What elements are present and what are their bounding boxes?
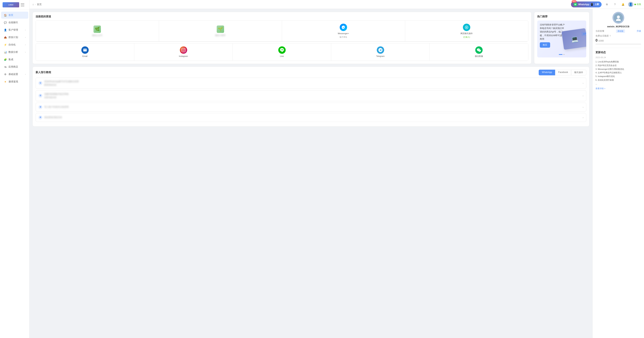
channel-item-telegram[interactable]: Telegram	[331, 43, 430, 60]
update-item-5: 5. Instagram聊天优化	[596, 75, 641, 78]
view-detail-link[interactable]: 查看详情 >	[596, 87, 641, 90]
quota-current: 0	[596, 38, 598, 42]
tutorial-text-4: 发起群发消息活动	[44, 116, 581, 119]
sidebar-item-customer-label: 客户管理	[8, 28, 18, 32]
channel-item-instagram[interactable]: Instagram	[134, 43, 233, 60]
connect-channels-card: 连接您的渠道 🌿 微信公众号 🌱	[32, 12, 532, 64]
channel-item-wechat1[interactable]: 🌿 微信公众号	[36, 21, 159, 42]
channel-item-email[interactable]: Email	[36, 43, 134, 60]
sidebar-item-settings-label: 基础设置	[8, 73, 18, 76]
tutorial-card: 新人指引教程 WhatsApp Facebook 聊天插件 ① 添加WhatsA…	[32, 67, 590, 126]
sidebar-item-customer[interactable]: 👤 客户管理 ›	[1, 26, 28, 34]
tutorial-text-3: 导入客户列表并分组管理	[44, 105, 581, 109]
svg-point-1	[466, 26, 468, 28]
email-icon	[81, 46, 89, 54]
channel-item-messenger[interactable]: Messenger+ 帖子评论	[282, 21, 405, 42]
notification-button[interactable]: 🔔	[620, 2, 626, 8]
chevron-right-icon: ›	[25, 51, 26, 53]
sidebar-item-basic-settings[interactable]: ⚙ 基础设置 ›	[1, 71, 28, 78]
connect-section-title: 连接您的渠道	[36, 15, 528, 18]
send-icon: 📤	[4, 36, 7, 39]
user-icon: 👤	[4, 28, 7, 32]
quota-total: /1000	[598, 40, 604, 42]
chevron-right-icon: ›	[25, 73, 26, 75]
update-item-2: 2. 同步FB主页历史会话	[596, 64, 641, 67]
help-icon: ?	[614, 3, 616, 6]
channel-item-webpage[interactable]: 网页聊天插件 (已接入)	[405, 21, 528, 42]
sidebar-item-auto-label: 自动化	[8, 43, 16, 46]
main-content: 连接您的渠道 🌿 微信公众号 🌱	[30, 9, 592, 338]
tutorial-num-1: ①	[38, 81, 42, 85]
wechat-service-label: 微信客服	[475, 55, 483, 57]
webpage-chat-sublabel: (已接入)	[463, 36, 470, 38]
tutorial-item-4[interactable]: ④ 发起群发消息活动 ›	[36, 113, 586, 122]
tutorial-arrow-4: ›	[582, 116, 584, 119]
sidebar-item-invite[interactable]: ★ 邀请返现	[1, 78, 28, 85]
quota-help-icon[interactable]: ?	[610, 35, 611, 37]
telegram-icon	[377, 46, 384, 54]
channel-label-wechat2: 微信小程序	[215, 34, 225, 37]
bell-icon: 🔔	[622, 3, 624, 6]
tab-facebook[interactable]: Facebook	[555, 70, 571, 75]
channel-icon-wechat2: 🌱	[217, 26, 224, 33]
upgrade-link[interactable]: 升级	[636, 30, 641, 33]
quota-bar	[596, 44, 641, 45]
update-section: 更新动态 2023-05-24 1. Line支持Reply免费回复 2. 同步…	[596, 51, 641, 90]
hot-recommendation-card: 热门推荐 没有FB商务管理平台帐户和电话号码？购买我们申请好的商业Api号，低门…	[534, 12, 590, 64]
home-breadcrumb-icon: ⌂	[32, 3, 34, 6]
line-label: Line	[280, 55, 284, 57]
new-badge: New	[572, 0, 577, 3]
tab-whatsapp[interactable]: WhatsApp	[539, 70, 555, 75]
messenger-label: Messenger+	[338, 32, 349, 35]
sidebar-item-app-store[interactable]: 🛍 应用商店	[1, 63, 28, 70]
tutorial-num-4: ④	[38, 115, 42, 119]
update-list: 1. Line支持Reply免费回复 2. 同步FB主页历史会话 3. Mess…	[596, 60, 641, 86]
home-icon: 🏠	[4, 14, 7, 17]
tutorial-header: 新人指引教程 WhatsApp Facebook 聊天插件	[36, 70, 586, 75]
sidebar-item-automation[interactable]: ⚡ 自动化 ›	[1, 41, 28, 48]
sidebar-item-integration[interactable]: 🧩 集成	[1, 56, 28, 63]
webpage-chat-label: 网页聊天插件	[460, 32, 473, 35]
tutorial-text-2: 创建消息模板并提交审核 设置消息内容	[44, 93, 581, 99]
tab-chat-plugin[interactable]: 聊天插件	[571, 70, 586, 75]
instagram-label: Instagram	[179, 55, 188, 57]
channels-bottom-grid: Email Instagram Line	[36, 43, 528, 61]
tutorial-arrow-1: ›	[582, 82, 584, 85]
update-item-ellipsis: ...	[596, 82, 641, 86]
auto-icon: ⚡	[4, 43, 7, 46]
quota-values: 0 /1000	[596, 38, 641, 43]
user-status: 在线	[634, 3, 641, 6]
sidebar-item-data-analysis[interactable]: 📊 数据分析 ›	[1, 49, 28, 56]
tutorial-tabs: WhatsApp Facebook 聊天插件	[539, 70, 586, 75]
breadcrumb: ⌂ › 首页	[32, 3, 569, 6]
username: weixin_MJPEGCCB	[607, 25, 630, 28]
channel-item-line[interactable]: Line	[233, 43, 331, 60]
breadcrumb-home: 首页	[37, 3, 42, 6]
messenger-icon	[340, 24, 347, 31]
tutorial-item-2[interactable]: ② 创建消息模板并提交审核 设置消息内容 ›	[36, 90, 586, 101]
sidebar-item-online-chat[interactable]: 💬 在线聊天	[1, 19, 28, 26]
channel-icon-wechat1: 🌿	[94, 26, 101, 33]
user-avatar-btn[interactable]: 👤 在线	[628, 2, 641, 7]
store-icon: 🛍	[4, 65, 7, 69]
sidebar-logo-area: LOGO	[0, 0, 29, 10]
tutorial-item-3[interactable]: ③ 导入客户列表并分组管理 ›	[36, 103, 586, 112]
chevron-right-icon: ›	[25, 36, 26, 38]
buy-button[interactable]: 购买	[540, 42, 550, 48]
chevron-right-icon: ›	[25, 29, 26, 31]
channel-item-wechat-service[interactable]: 微信客服	[430, 43, 528, 60]
channel-item-wechat2[interactable]: 🌱 微信小程序	[159, 21, 282, 42]
whatsapp-btn-suffix: 上新	[594, 3, 599, 6]
help-button[interactable]: ?	[612, 2, 618, 8]
right-panel: weixin_MJPEGCCB 当前套餐 基础版 升级 免费会话额度 ? 0 /…	[592, 9, 644, 338]
wechat-service-icon	[475, 46, 483, 54]
tutorial-title: 新人指引教程	[36, 71, 51, 74]
update-item-6: 6. 自动化支持打标签	[596, 78, 641, 82]
whatsapp-new-button[interactable]: New W WhatsApp 📱 上新	[571, 2, 602, 8]
copy-button[interactable]: ⧉	[604, 2, 610, 8]
tutorial-arrow-3: ›	[582, 106, 584, 109]
tutorial-item-1[interactable]: ① 添加WhatsApp账号并完成验证设置 配置基础信息 ›	[36, 78, 586, 89]
sidebar-item-home[interactable]: 🏠 首页	[1, 12, 28, 19]
hamburger-menu[interactable]	[21, 3, 24, 6]
sidebar-item-group-plan[interactable]: 📤 群发计划 ›	[1, 34, 28, 41]
